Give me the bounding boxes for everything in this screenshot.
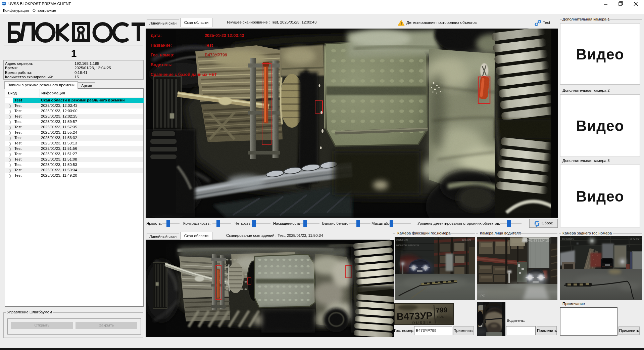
svg-text:IPC: IPC xyxy=(480,294,485,298)
svg-text:RUSSIA: RUSSIA xyxy=(412,320,432,325)
svg-text:RUS: RUS xyxy=(437,315,444,319)
svg-text:Гос. номер:: Гос. номер: xyxy=(151,53,175,57)
svg-text:2025-01-23 12:03:43: 2025-01-23 12:03:43 xyxy=(205,33,244,38)
svg-text:Дата:: Дата: xyxy=(151,33,162,38)
svg-text:2025-01-23 12:04:25: 2025-01-23 12:04:25 xyxy=(522,239,550,242)
svg-text:Test: Test xyxy=(205,43,213,48)
svg-text:12:04:25: 12:04:25 xyxy=(630,238,639,240)
svg-text:Сравнение с базой данных НЕТ: Сравнение с базой данных НЕТ xyxy=(151,72,217,77)
svg-text:2025/01/23: 2025/01/23 xyxy=(562,238,574,240)
svg-text:799: 799 xyxy=(436,306,448,314)
svg-text:B473YP799 0123456789: B473YP799 0123456789 xyxy=(396,244,419,246)
svg-text:2025/01/23: 2025/01/23 xyxy=(396,239,408,241)
svg-text:Водитель:: Водитель: xyxy=(151,62,172,67)
svg-text:12:04:25: 12:04:25 xyxy=(462,239,471,241)
svg-text:Название:: Название: xyxy=(151,43,172,48)
svg-text:В473УР799: В473УР799 xyxy=(205,53,227,57)
